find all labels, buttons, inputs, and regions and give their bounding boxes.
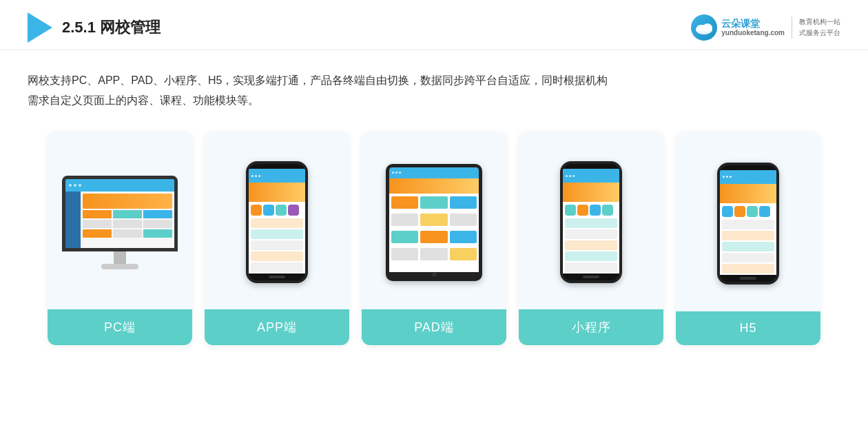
h5-phone-icon (717, 163, 779, 285)
card-pad-label: PAD端 (362, 309, 506, 345)
app-image (205, 132, 349, 309)
h5-image (676, 132, 820, 311)
card-h5-label: H5 (676, 311, 820, 345)
card-miniapp-label: 小程序 (519, 309, 663, 345)
page: 2.5.1 网校管理 云朵课堂 yunduoketang.com (0, 0, 868, 434)
header: 2.5.1 网校管理 云朵课堂 yunduoketang.com (0, 0, 868, 50)
logo-triangle-icon (28, 12, 52, 43)
brand-name-text: 云朵课堂 yunduoketang.com (721, 18, 785, 38)
brand-logo: 云朵课堂 yunduoketang.com 教育机构一站 式服务云平台 (691, 14, 840, 41)
card-app: APP端 (205, 132, 349, 345)
brand-divider (792, 17, 792, 39)
header-right: 云朵课堂 yunduoketang.com 教育机构一站 式服务云平台 (691, 14, 840, 41)
device-cards-area: PC端 (0, 118, 868, 366)
card-miniapp: 小程序 (519, 132, 663, 345)
header-left: 2.5.1 网校管理 (28, 12, 161, 43)
card-pad: PAD端 (362, 132, 506, 345)
brand-slogan: 教育机构一站 式服务云平台 (799, 17, 840, 39)
card-pc: PC端 (48, 132, 192, 345)
miniapp-phone-icon (560, 161, 622, 283)
pad-image (362, 132, 506, 309)
card-app-label: APP端 (205, 309, 349, 345)
svg-point-2 (703, 23, 712, 32)
page-title: 2.5.1 网校管理 (62, 17, 161, 38)
pad-tablet-icon (386, 164, 482, 281)
description-text: 网校支持PC、APP、PAD、小程序、H5，实现多端打通，产品各终端自由切换，数… (28, 71, 840, 111)
card-h5: H5 (676, 132, 820, 345)
description-section: 网校支持PC、APP、PAD、小程序、H5，实现多端打通，产品各终端自由切换，数… (0, 50, 868, 118)
pc-image (48, 132, 192, 309)
app-phone-icon (246, 161, 308, 283)
miniapp-image (519, 132, 663, 309)
card-pc-label: PC端 (48, 309, 192, 345)
pc-monitor-icon (61, 176, 178, 269)
brand-cloud-icon (691, 14, 717, 41)
